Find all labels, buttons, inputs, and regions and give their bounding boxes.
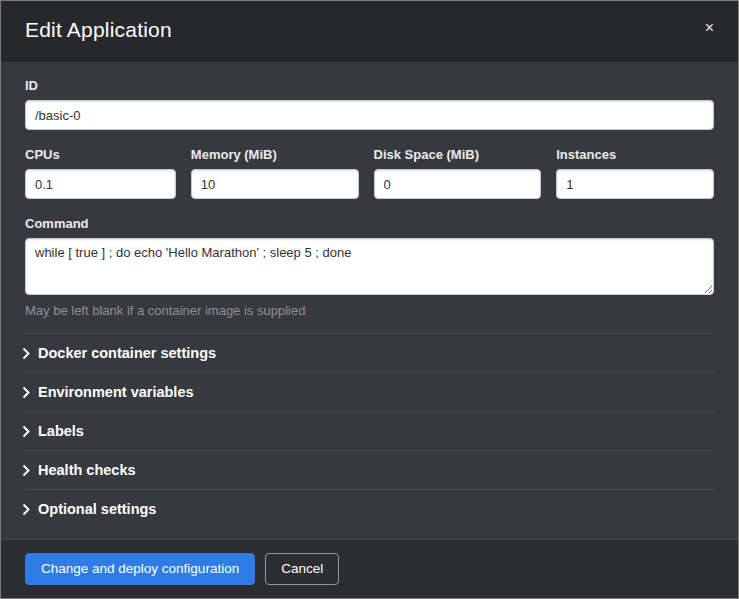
memory-input[interactable] [191, 169, 359, 199]
chevron-right-icon [22, 347, 38, 360]
section-optional-settings[interactable]: Optional settings [25, 489, 714, 528]
instances-label: Instances [556, 147, 714, 162]
section-labels[interactable]: Labels [25, 411, 714, 450]
memory-label: Memory (MiB) [191, 147, 359, 162]
section-environment-variables[interactable]: Environment variables [25, 372, 714, 411]
close-icon[interactable]: × [705, 18, 714, 36]
chevron-right-icon [22, 503, 38, 516]
disk-field: Disk Space (MiB) [374, 147, 542, 199]
section-health-checks[interactable]: Health checks [25, 450, 714, 489]
edit-application-modal: Edit Application × ID CPUs Memory (MiB) … [0, 0, 739, 599]
memory-field: Memory (MiB) [191, 147, 359, 199]
instances-field: Instances [556, 147, 714, 199]
section-label: Optional settings [38, 501, 156, 517]
disk-label: Disk Space (MiB) [374, 147, 542, 162]
cpus-field: CPUs [25, 147, 176, 199]
cpus-input[interactable] [25, 169, 176, 199]
section-docker-container-settings[interactable]: Docker container settings [25, 333, 714, 372]
modal-footer: Change and deploy configuration Cancel [1, 539, 738, 598]
cpus-label: CPUs [25, 147, 176, 162]
instances-input[interactable] [556, 169, 714, 199]
chevron-right-icon [22, 464, 38, 477]
collapsible-sections: Docker container settings Environment va… [25, 333, 714, 528]
cancel-button[interactable]: Cancel [265, 553, 339, 585]
modal-header: Edit Application × [1, 1, 738, 62]
change-and-deploy-button[interactable]: Change and deploy configuration [25, 553, 255, 585]
resources-row: CPUs Memory (MiB) Disk Space (MiB) Insta… [25, 147, 714, 199]
command-help-text: May be left blank if a container image i… [25, 303, 714, 318]
chevron-right-icon [22, 386, 38, 399]
section-label: Environment variables [38, 384, 194, 400]
modal-title: Edit Application [25, 18, 172, 42]
command-textarea[interactable]: while [ true ] ; do echo 'Hello Marathon… [25, 238, 714, 295]
section-label: Health checks [38, 462, 136, 478]
chevron-right-icon [22, 425, 38, 438]
id-field: ID [25, 78, 714, 130]
command-field: Command while [ true ] ; do echo 'Hello … [25, 216, 714, 318]
section-label: Docker container settings [38, 345, 216, 361]
disk-input[interactable] [374, 169, 542, 199]
id-label: ID [25, 78, 714, 93]
modal-body: ID CPUs Memory (MiB) Disk Space (MiB) In… [1, 62, 738, 539]
id-input[interactable] [25, 100, 714, 130]
section-label: Labels [38, 423, 84, 439]
command-label: Command [25, 216, 714, 231]
